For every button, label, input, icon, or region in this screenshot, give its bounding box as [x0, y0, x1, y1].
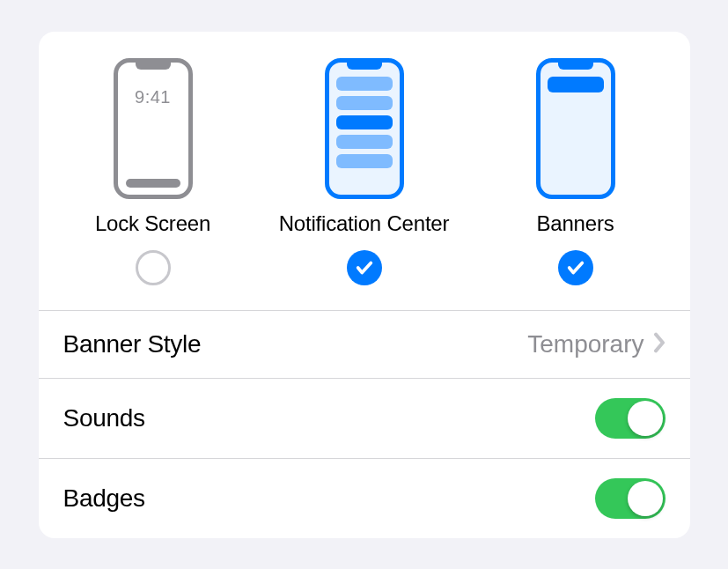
row-sounds: Sounds: [39, 379, 690, 459]
row-label-sounds: Sounds: [63, 404, 145, 432]
row-label-banner-style: Banner Style: [63, 330, 202, 358]
notification-stack-icon: [329, 77, 400, 168]
checkmark-notification-center[interactable]: [347, 250, 382, 285]
phone-notch-icon: [558, 63, 593, 70]
alert-option-banners[interactable]: Banners: [479, 58, 673, 285]
alert-label-notification-center: Notification Center: [279, 211, 450, 236]
alert-option-lock-screen[interactable]: 9:41 Lock Screen: [56, 58, 250, 285]
toggle-knob-icon: [628, 401, 663, 436]
row-value-banner-style: Temporary: [527, 330, 643, 358]
alert-label-banners: Banners: [537, 211, 614, 236]
phone-notch-icon: [136, 63, 171, 70]
notification-settings-card: 9:41 Lock Screen Notification Center: [39, 32, 690, 538]
phone-notch-icon: [347, 63, 382, 70]
checkmark-lock-screen[interactable]: [136, 250, 171, 285]
check-icon: [355, 258, 374, 277]
row-label-badges: Badges: [63, 484, 145, 513]
alert-option-notification-center[interactable]: Notification Center: [268, 58, 461, 285]
lock-screen-icon: 9:41: [114, 58, 193, 199]
row-badges: Badges: [39, 459, 690, 538]
lock-screen-time: 9:41: [135, 87, 171, 107]
chevron-right-icon: [653, 332, 665, 357]
home-indicator-icon: [126, 179, 180, 188]
row-banner-style[interactable]: Banner Style Temporary: [39, 311, 690, 379]
banner-bar-icon: [548, 77, 604, 92]
checkmark-banners[interactable]: [558, 250, 593, 285]
check-icon: [566, 258, 585, 277]
banners-icon: [536, 58, 615, 199]
alert-style-row: 9:41 Lock Screen Notification Center: [39, 32, 690, 311]
alert-label-lock-screen: Lock Screen: [95, 211, 210, 236]
toggle-knob-icon: [628, 481, 663, 516]
toggle-badges[interactable]: [595, 478, 665, 519]
toggle-sounds[interactable]: [595, 398, 665, 439]
notification-center-icon: [325, 58, 404, 199]
